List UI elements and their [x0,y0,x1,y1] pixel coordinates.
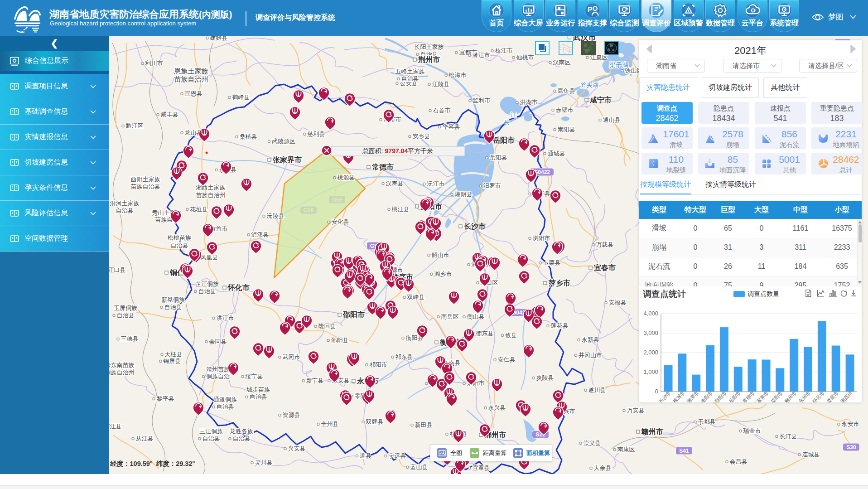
svg-text:赤壁市: 赤壁市 [556,107,574,113]
svg-text:怀化市: 怀化市 [811,390,825,402]
svg-text:邵阳市: 邵阳市 [713,390,728,402]
svg-text:玉屏侗族: 玉屏侗族 [114,305,137,311]
svg-text:常德市: 常德市 [742,390,756,402]
svg-text:宣恩县: 宣恩县 [185,90,203,97]
svg-text:苗族自治州: 苗族自治州 [196,192,226,199]
svg-text:蓝山县: 蓝山县 [410,464,428,470]
svg-text:从江县: 从江县 [136,435,154,442]
svg-text:湘西土家族: 湘西土家族 [196,184,226,191]
svg-text:3,000: 3,000 [643,329,658,336]
svg-text:桑植县: 桑植县 [240,133,257,140]
svg-text:利川市: 利川市 [145,60,163,67]
svg-text:于都县: 于都县 [698,418,716,425]
svg-text:自治县: 自治县 [198,288,216,295]
svg-text:江: 江 [511,111,516,118]
svg-text:韶山市: 韶山市 [431,252,449,258]
svg-text:道县: 道县 [360,452,371,459]
svg-text:黔江区: 黔江区 [126,122,144,129]
svg-text:湘西州: 湘西州 [839,390,853,402]
svg-text:岳阳县: 岳阳县 [490,154,507,161]
svg-text:衡阳市: 衡阳市 [699,390,714,402]
svg-text:祁东县: 祁东县 [395,353,413,360]
svg-text:恩施土家族: 恩施土家族 [174,67,208,75]
svg-text:靖州苗族: 靖州苗族 [206,366,230,373]
svg-text:莲花县: 莲花县 [551,322,569,329]
svg-text:武冈市: 武冈市 [282,353,300,360]
svg-text:松桃苗族: 松桃苗族 [167,234,191,241]
svg-text:石首市: 石首市 [433,107,451,114]
svg-text:汨罗市: 汨罗市 [483,182,501,189]
svg-text:咸丰县: 咸丰县 [161,111,178,118]
svg-text:永新县: 永新县 [582,336,599,343]
svg-text:双牌县: 双牌县 [366,418,384,425]
svg-text:宜春市: 宜春市 [594,263,616,271]
svg-text:黔东南苗族: 黔东南苗族 [105,362,135,368]
svg-text:S30: S30 [846,444,856,450]
svg-text:大余县: 大余县 [594,465,612,471]
svg-text:江口县: 江口县 [108,266,126,273]
svg-text:自治县: 自治县 [217,403,234,410]
svg-text:0: 0 [655,388,658,395]
svg-text:兴安县: 兴安县 [288,445,306,452]
svg-text:邵阳县: 邵阳县 [331,337,349,344]
svg-text:邵阳市: 邵阳市 [342,310,365,319]
svg-text:永兴县: 永兴县 [488,404,506,411]
svg-text:五峰土家族: 五峰土家族 [395,68,425,75]
svg-text:侗族自治: 侗族自治 [206,373,230,380]
svg-text:宜章县: 宜章县 [473,465,490,471]
svg-text:长: 长 [504,119,510,126]
svg-text:新田县: 新田县 [415,421,433,428]
svg-text:泸溪县: 泸溪县 [251,231,269,238]
svg-text:张家界市: 张家界市 [272,155,302,164]
svg-text:嘉鱼县: 嘉鱼县 [558,87,575,94]
svg-text:天柱县: 天柱县 [165,351,183,358]
svg-text:瑞金市: 瑞金市 [743,427,761,434]
svg-text:常德市: 常德市 [372,163,394,171]
svg-text:万载县: 万载县 [596,241,614,248]
svg-text:酉阳土家族: 酉阳土家族 [131,176,160,183]
svg-text:自治县: 自治县 [171,242,188,249]
svg-text:桃源县: 桃源县 [337,174,355,181]
svg-text:郴州市: 郴州市 [783,390,797,402]
svg-text:芷江侗族: 芷江侗族 [195,281,219,287]
svg-text:自治县: 自治县 [116,207,134,214]
svg-text:仙桃市: 仙桃市 [516,54,534,61]
svg-text:湘潭市: 湘潭市 [685,390,700,402]
svg-text:2,000: 2,000 [643,349,658,356]
svg-text:荆州市: 荆州市 [418,55,440,63]
svg-text:衡东县: 衡东县 [476,330,494,337]
svg-text:汉寿县: 汉寿县 [386,180,404,187]
svg-text:武陵源区: 武陵源区 [271,138,295,145]
svg-text:安乡县: 安乡县 [413,133,430,140]
svg-text:长沙市: 长沙市 [464,222,486,230]
svg-text:城步苗族: 城步苗族 [246,386,270,393]
svg-text:株洲市: 株洲市 [671,390,686,402]
svg-text:岳阳市: 岳阳市 [493,136,515,144]
svg-text:会同县: 会同县 [209,338,227,345]
svg-text:自治县: 自治县 [203,435,220,442]
svg-text:浏阳市: 浏阳市 [533,235,550,242]
svg-text:自治县: 自治县 [401,75,419,82]
svg-text:长沙市: 长沙市 [658,390,672,402]
svg-text:安福县: 安福县 [609,299,627,306]
svg-text:苗族自治州: 苗族自治州 [174,75,208,83]
svg-text:崇义县: 崇义县 [583,440,601,446]
svg-text:资源县: 资源县 [283,412,300,418]
svg-text:黎平县: 黎平县 [157,395,174,402]
svg-text:4,000: 4,000 [643,310,658,317]
svg-text:1,000: 1,000 [643,368,658,375]
svg-text:凤凰县: 凤凰县 [201,254,218,261]
svg-text:张家界市: 张家界市 [752,390,770,402]
svg-text:萍乡市: 萍乡市 [548,279,570,287]
svg-text:监利市: 监利市 [473,97,491,104]
svg-text:洪江市: 洪江市 [217,315,234,321]
svg-text:苗族自治县: 苗族自治县 [131,183,160,190]
svg-text:怀化市: 怀化市 [227,283,250,291]
svg-text:长阳土家族: 长阳土家族 [415,44,444,50]
svg-text:龙胜各族: 龙胜各族 [230,428,253,435]
svg-text:宁远县: 宁远县 [389,452,406,459]
svg-text:沅陵县: 沅陵县 [266,213,285,219]
svg-text:连城县: 连城县 [802,451,820,458]
svg-text:上栗县: 上栗县 [543,259,561,266]
svg-text:通道侗族: 通道侗族 [213,396,237,403]
